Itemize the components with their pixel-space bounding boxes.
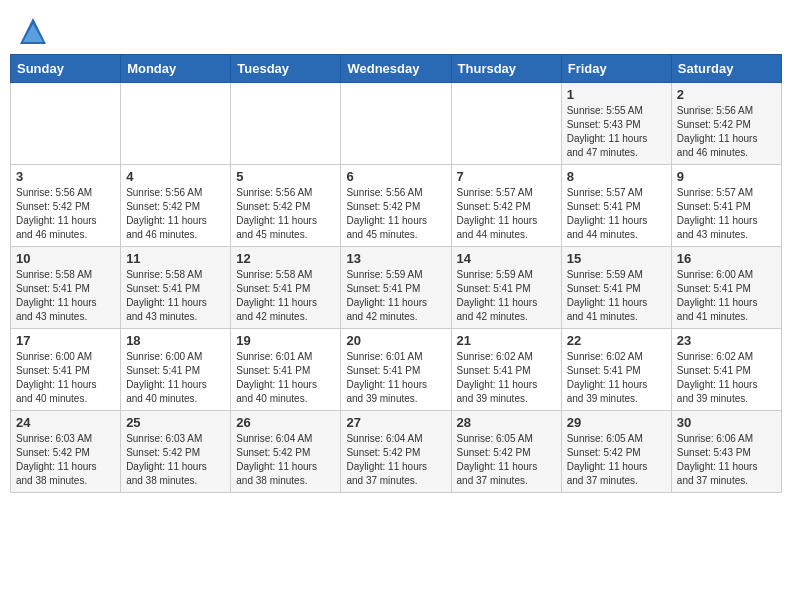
day-number: 19 (236, 333, 335, 348)
calendar-cell: 4Sunrise: 5:56 AM Sunset: 5:42 PM Daylig… (121, 165, 231, 247)
day-info: Sunrise: 6:00 AM Sunset: 5:41 PM Dayligh… (677, 268, 776, 324)
calendar-table: SundayMondayTuesdayWednesdayThursdayFrid… (10, 54, 782, 493)
weekday-header: Thursday (451, 55, 561, 83)
calendar-cell (341, 83, 451, 165)
calendar-cell: 18Sunrise: 6:00 AM Sunset: 5:41 PM Dayli… (121, 329, 231, 411)
day-info: Sunrise: 5:56 AM Sunset: 5:42 PM Dayligh… (16, 186, 115, 242)
day-number: 28 (457, 415, 556, 430)
calendar-week-row: 3Sunrise: 5:56 AM Sunset: 5:42 PM Daylig… (11, 165, 782, 247)
day-number: 2 (677, 87, 776, 102)
calendar-cell: 27Sunrise: 6:04 AM Sunset: 5:42 PM Dayli… (341, 411, 451, 493)
calendar-cell: 21Sunrise: 6:02 AM Sunset: 5:41 PM Dayli… (451, 329, 561, 411)
calendar-week-row: 1Sunrise: 5:55 AM Sunset: 5:43 PM Daylig… (11, 83, 782, 165)
day-number: 6 (346, 169, 445, 184)
calendar-cell: 7Sunrise: 5:57 AM Sunset: 5:42 PM Daylig… (451, 165, 561, 247)
logo-icon (18, 16, 48, 46)
day-info: Sunrise: 6:05 AM Sunset: 5:42 PM Dayligh… (457, 432, 556, 488)
calendar-cell: 13Sunrise: 5:59 AM Sunset: 5:41 PM Dayli… (341, 247, 451, 329)
day-info: Sunrise: 5:55 AM Sunset: 5:43 PM Dayligh… (567, 104, 666, 160)
day-number: 29 (567, 415, 666, 430)
calendar-cell: 25Sunrise: 6:03 AM Sunset: 5:42 PM Dayli… (121, 411, 231, 493)
day-info: Sunrise: 6:04 AM Sunset: 5:42 PM Dayligh… (236, 432, 335, 488)
calendar-cell: 8Sunrise: 5:57 AM Sunset: 5:41 PM Daylig… (561, 165, 671, 247)
weekday-header: Monday (121, 55, 231, 83)
day-number: 25 (126, 415, 225, 430)
day-info: Sunrise: 6:05 AM Sunset: 5:42 PM Dayligh… (567, 432, 666, 488)
day-info: Sunrise: 6:00 AM Sunset: 5:41 PM Dayligh… (126, 350, 225, 406)
weekday-header: Wednesday (341, 55, 451, 83)
calendar-cell: 16Sunrise: 6:00 AM Sunset: 5:41 PM Dayli… (671, 247, 781, 329)
day-info: Sunrise: 6:03 AM Sunset: 5:42 PM Dayligh… (126, 432, 225, 488)
weekday-header: Saturday (671, 55, 781, 83)
logo (18, 16, 50, 46)
calendar-cell (451, 83, 561, 165)
day-info: Sunrise: 5:57 AM Sunset: 5:41 PM Dayligh… (677, 186, 776, 242)
calendar-cell: 30Sunrise: 6:06 AM Sunset: 5:43 PM Dayli… (671, 411, 781, 493)
day-info: Sunrise: 6:00 AM Sunset: 5:41 PM Dayligh… (16, 350, 115, 406)
day-number: 13 (346, 251, 445, 266)
calendar-cell: 3Sunrise: 5:56 AM Sunset: 5:42 PM Daylig… (11, 165, 121, 247)
calendar-week-row: 24Sunrise: 6:03 AM Sunset: 5:42 PM Dayli… (11, 411, 782, 493)
day-number: 1 (567, 87, 666, 102)
day-number: 23 (677, 333, 776, 348)
day-number: 20 (346, 333, 445, 348)
day-info: Sunrise: 6:06 AM Sunset: 5:43 PM Dayligh… (677, 432, 776, 488)
calendar-cell: 15Sunrise: 5:59 AM Sunset: 5:41 PM Dayli… (561, 247, 671, 329)
day-number: 5 (236, 169, 335, 184)
calendar-cell: 14Sunrise: 5:59 AM Sunset: 5:41 PM Dayli… (451, 247, 561, 329)
day-info: Sunrise: 5:56 AM Sunset: 5:42 PM Dayligh… (126, 186, 225, 242)
day-info: Sunrise: 5:59 AM Sunset: 5:41 PM Dayligh… (457, 268, 556, 324)
calendar-cell: 19Sunrise: 6:01 AM Sunset: 5:41 PM Dayli… (231, 329, 341, 411)
page-header (10, 10, 782, 48)
day-info: Sunrise: 5:56 AM Sunset: 5:42 PM Dayligh… (236, 186, 335, 242)
day-info: Sunrise: 5:57 AM Sunset: 5:42 PM Dayligh… (457, 186, 556, 242)
day-info: Sunrise: 5:58 AM Sunset: 5:41 PM Dayligh… (16, 268, 115, 324)
day-number: 27 (346, 415, 445, 430)
day-info: Sunrise: 6:01 AM Sunset: 5:41 PM Dayligh… (346, 350, 445, 406)
day-info: Sunrise: 5:58 AM Sunset: 5:41 PM Dayligh… (126, 268, 225, 324)
day-number: 18 (126, 333, 225, 348)
calendar-cell: 20Sunrise: 6:01 AM Sunset: 5:41 PM Dayli… (341, 329, 451, 411)
calendar-cell: 2Sunrise: 5:56 AM Sunset: 5:42 PM Daylig… (671, 83, 781, 165)
calendar-week-row: 10Sunrise: 5:58 AM Sunset: 5:41 PM Dayli… (11, 247, 782, 329)
calendar-cell: 9Sunrise: 5:57 AM Sunset: 5:41 PM Daylig… (671, 165, 781, 247)
day-number: 9 (677, 169, 776, 184)
day-info: Sunrise: 6:02 AM Sunset: 5:41 PM Dayligh… (457, 350, 556, 406)
day-number: 14 (457, 251, 556, 266)
calendar-cell (231, 83, 341, 165)
day-number: 8 (567, 169, 666, 184)
calendar-cell: 29Sunrise: 6:05 AM Sunset: 5:42 PM Dayli… (561, 411, 671, 493)
day-number: 24 (16, 415, 115, 430)
day-info: Sunrise: 5:56 AM Sunset: 5:42 PM Dayligh… (346, 186, 445, 242)
day-number: 22 (567, 333, 666, 348)
weekday-header: Sunday (11, 55, 121, 83)
calendar-cell: 17Sunrise: 6:00 AM Sunset: 5:41 PM Dayli… (11, 329, 121, 411)
calendar-cell (11, 83, 121, 165)
day-info: Sunrise: 5:56 AM Sunset: 5:42 PM Dayligh… (677, 104, 776, 160)
day-info: Sunrise: 5:57 AM Sunset: 5:41 PM Dayligh… (567, 186, 666, 242)
calendar-cell: 10Sunrise: 5:58 AM Sunset: 5:41 PM Dayli… (11, 247, 121, 329)
calendar-cell: 22Sunrise: 6:02 AM Sunset: 5:41 PM Dayli… (561, 329, 671, 411)
day-number: 3 (16, 169, 115, 184)
day-info: Sunrise: 5:59 AM Sunset: 5:41 PM Dayligh… (346, 268, 445, 324)
day-info: Sunrise: 6:02 AM Sunset: 5:41 PM Dayligh… (677, 350, 776, 406)
calendar-cell (121, 83, 231, 165)
calendar-week-row: 17Sunrise: 6:00 AM Sunset: 5:41 PM Dayli… (11, 329, 782, 411)
calendar-header-row: SundayMondayTuesdayWednesdayThursdayFrid… (11, 55, 782, 83)
calendar-cell: 11Sunrise: 5:58 AM Sunset: 5:41 PM Dayli… (121, 247, 231, 329)
day-info: Sunrise: 6:02 AM Sunset: 5:41 PM Dayligh… (567, 350, 666, 406)
day-info: Sunrise: 6:01 AM Sunset: 5:41 PM Dayligh… (236, 350, 335, 406)
day-number: 15 (567, 251, 666, 266)
day-info: Sunrise: 5:59 AM Sunset: 5:41 PM Dayligh… (567, 268, 666, 324)
day-number: 12 (236, 251, 335, 266)
day-number: 30 (677, 415, 776, 430)
calendar-cell: 24Sunrise: 6:03 AM Sunset: 5:42 PM Dayli… (11, 411, 121, 493)
day-number: 17 (16, 333, 115, 348)
calendar-cell: 5Sunrise: 5:56 AM Sunset: 5:42 PM Daylig… (231, 165, 341, 247)
day-number: 16 (677, 251, 776, 266)
weekday-header: Tuesday (231, 55, 341, 83)
weekday-header: Friday (561, 55, 671, 83)
calendar-cell: 6Sunrise: 5:56 AM Sunset: 5:42 PM Daylig… (341, 165, 451, 247)
day-info: Sunrise: 6:03 AM Sunset: 5:42 PM Dayligh… (16, 432, 115, 488)
calendar-cell: 1Sunrise: 5:55 AM Sunset: 5:43 PM Daylig… (561, 83, 671, 165)
